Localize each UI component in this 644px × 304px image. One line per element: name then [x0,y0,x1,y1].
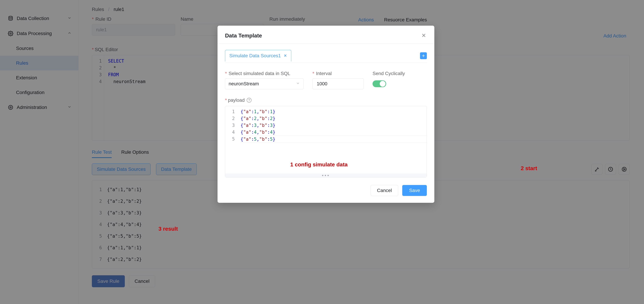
send-cyclically-label: Send Cyclically [372,71,427,76]
interval-label: Interval [312,71,364,76]
modal-save-button[interactable]: Save [402,185,427,196]
send-cyclically-switch[interactable] [372,80,386,87]
annotation-3: 3 result [158,226,178,232]
help-icon[interactable]: ? [247,98,252,103]
annotation-1: 1 config simulate data [290,162,348,168]
payload-gutter: 12345 [225,106,238,174]
modal-title: Data Template [225,33,262,39]
close-icon[interactable] [421,33,427,39]
select-sim-data[interactable]: neuronStream [225,78,304,89]
annotation-2: 2 start [521,165,537,172]
add-tab-button[interactable]: + [420,52,427,59]
select-sim-label: Select simulated data in SQL [225,71,304,76]
select-sim-value: neuronStream [228,81,259,86]
payload-label: payload [225,97,245,103]
simulate-source-tab[interactable]: Simulate Data Sources1 [225,50,291,62]
chevron-down-icon [296,81,300,86]
tab-close-icon[interactable] [284,53,287,59]
simulate-source-tab-label: Simulate Data Sources1 [229,53,281,59]
resize-handle[interactable]: ••• [225,174,427,177]
interval-input[interactable] [312,78,364,89]
modal-cancel-button[interactable]: Cancel [371,185,398,196]
data-template-modal: Data Template Simulate Data Sources1 + S… [218,26,434,203]
